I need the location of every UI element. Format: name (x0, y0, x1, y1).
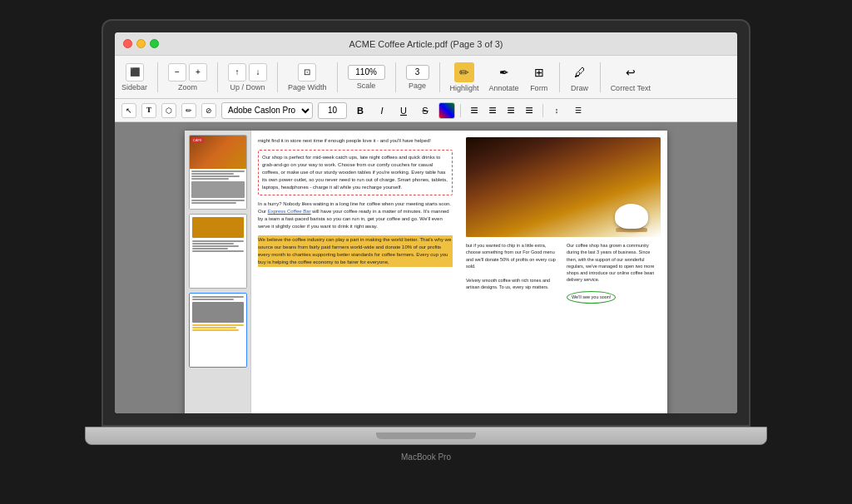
zoom-group: − + Zoom (168, 63, 207, 91)
align-right-button[interactable]: ≡ (503, 102, 519, 119)
sidebar-icons: ⬛ (126, 63, 144, 82)
correct-label: Correct Text (611, 84, 651, 92)
text-select-button[interactable]: 𝐓 (141, 103, 156, 118)
circle-annotation: We'll see you soon! (567, 291, 616, 304)
format-bar: ↖ 𝐓 ⬡ ✏ ⊘ Adobe Caslon Pro B I U S ≡ ≡ ≡ (115, 99, 737, 122)
pagewidth-label: Page Width (288, 83, 327, 91)
align-left-button[interactable]: ≡ (466, 102, 483, 119)
page-input[interactable] (406, 65, 429, 80)
align-justify-button[interactable]: ≡ (521, 102, 537, 119)
pagewidth-group: ⊡ Page Width (288, 63, 327, 91)
correct-text-button[interactable]: ↩ Correct Text (611, 62, 651, 92)
sidebar-label: Sidebar (121, 83, 147, 91)
title-bar: ACME Coffee Article.pdf (Page 3 of 3) (115, 32, 737, 56)
hurry-text: In a hurry? Nobody likes waiting in a lo… (258, 200, 453, 230)
cursor-tool-button[interactable]: ↖ (121, 103, 136, 118)
annotate-button[interactable]: ✒ Annotate (489, 62, 519, 92)
express-link: Express Coffee Bar (268, 209, 311, 214)
zoom-out-button[interactable]: − (168, 63, 186, 82)
page-thumbnail-2[interactable] (189, 214, 247, 289)
pdf-page: CAFE (185, 131, 667, 413)
laptop-wrapper: ACME Coffee Article.pdf (Page 3 of 3) ⬛ … (68, 19, 784, 485)
sidebar-toggle-button[interactable]: ⬛ (126, 63, 144, 82)
align-group: ≡ ≡ ≡ ≡ (466, 102, 537, 119)
divider-4 (337, 62, 338, 92)
lasso-tool-button[interactable]: ⬡ (161, 103, 176, 118)
velvety-text: Velvety smooth coffee with rich tones an… (466, 277, 560, 291)
zoom-label: Zoom (178, 83, 197, 91)
bold-button[interactable]: B (352, 102, 369, 119)
align-center-button[interactable]: ≡ (484, 102, 501, 119)
pencil-tool-button[interactable]: ✏ (181, 103, 196, 118)
italic-button[interactable]: I (374, 102, 390, 119)
document-area: CAFE (115, 122, 737, 413)
bottom-two-col: but if you wanted to chip in a little ex… (466, 242, 661, 413)
line-spacing-button[interactable]: ↕ (548, 102, 565, 119)
zoom-in-button[interactable]: + (189, 63, 207, 82)
close-button[interactable] (123, 39, 132, 48)
list-button[interactable]: ☰ (570, 102, 587, 119)
highlight-label: Highlight (450, 84, 479, 92)
screen-content: ACME Coffee Article.pdf (Page 3 of 3) ⬛ … (115, 32, 737, 413)
page-up-button[interactable]: ↑ (228, 63, 246, 82)
circle-text: We'll see you soon! (572, 294, 611, 299)
highlight-button[interactable]: ✏ Highlight (450, 62, 479, 92)
divider-8 (600, 62, 601, 92)
minimize-button[interactable] (136, 39, 146, 48)
scale-group: Scale (348, 65, 385, 90)
right-column: but if you wanted to chip in a little ex… (459, 131, 667, 413)
page-thumbnail-1[interactable]: CAFE (189, 135, 247, 210)
highlight-icon: ✏ (454, 62, 474, 82)
updown-icons: ↑ ↓ (228, 63, 267, 82)
font-select[interactable]: Adobe Caslon Pro (221, 102, 313, 119)
divider-2 (217, 62, 218, 92)
page-width-button[interactable]: ⊡ (298, 63, 316, 82)
annotate-icon: ✒ (494, 62, 514, 82)
scale-label: Scale (357, 82, 376, 90)
updown-label: Up / Down (230, 83, 265, 91)
divider-1 (157, 62, 158, 92)
color-picker-button[interactable] (438, 102, 455, 119)
intro-text: might find it in store next time if enou… (258, 137, 453, 145)
toolbar: ⬛ Sidebar − + Zoom ↑ (115, 56, 737, 99)
chip-text: but if you wanted to chip in a little ex… (466, 242, 560, 269)
annotate-label: Annotate (489, 84, 519, 92)
draw-label: Draw (571, 84, 588, 92)
zoom-icons: − + (168, 63, 207, 82)
laptop-notch (376, 432, 476, 439)
page-label: Page (409, 82, 426, 90)
scale-input[interactable] (348, 65, 385, 80)
bottom-left-text: but if you wanted to chip in a little ex… (466, 242, 560, 413)
left-column: might find it in store next time if enou… (251, 131, 459, 413)
community-text: Our coffee shop has grown a community du… (567, 242, 661, 284)
macbook-label: MacBook Pro (401, 452, 451, 462)
maximize-button[interactable] (150, 39, 159, 48)
laptop-screen: ACME Coffee Article.pdf (Page 3 of 3) ⬛ … (102, 19, 750, 427)
window-title: ACME Coffee Article.pdf (Page 3 of 3) (349, 39, 503, 49)
font-size-input[interactable] (318, 102, 347, 119)
traffic-lights (123, 39, 159, 48)
correct-icon: ↩ (621, 62, 641, 82)
sidebar-group: ⬛ Sidebar (121, 63, 147, 91)
draw-button[interactable]: 🖊 Draw (570, 62, 590, 92)
format-divider-2 (542, 104, 543, 117)
draw-icon: 🖊 (570, 62, 590, 82)
dashed-annotation-box: Our shop is perfect for mid-week catch u… (258, 150, 453, 195)
updown-group: ↑ ↓ Up / Down (228, 63, 267, 91)
highlighted-paragraph: We believe the coffee industry can play … (258, 235, 453, 267)
divider-5 (395, 62, 396, 92)
pagewidth-icons: ⊡ (298, 63, 316, 82)
divider-7 (559, 62, 560, 92)
form-icon: ⊞ (529, 62, 549, 82)
form-label: Form (530, 84, 547, 92)
page-down-button[interactable]: ↓ (249, 63, 267, 82)
bottom-right-text: Our coffee shop has grown a community du… (567, 242, 661, 413)
divider-3 (277, 62, 278, 92)
laptop-base (85, 427, 767, 445)
thumbnails-panel: CAFE (185, 131, 251, 413)
form-button[interactable]: ⊞ Form (529, 62, 549, 92)
page-thumbnail-3[interactable] (189, 293, 247, 368)
underline-button[interactable]: U (395, 102, 412, 119)
strikethrough-button[interactable]: S (417, 102, 433, 119)
eraser-tool-button[interactable]: ⊘ (201, 103, 216, 118)
